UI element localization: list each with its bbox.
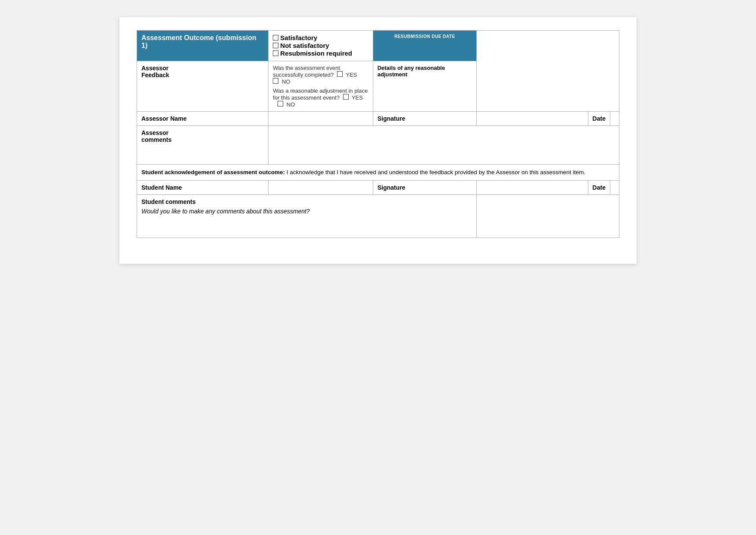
assessor-name-row: Assessor Name Signature Date (137, 112, 619, 126)
acknowledgement-bold: Student acknowledgement of assessment ou… (141, 169, 285, 175)
assessor-comments-value-cell[interactable] (269, 126, 619, 165)
q1-yes-checkbox[interactable] (337, 71, 343, 77)
satisfactory-checkbox[interactable] (273, 35, 278, 41)
assessor-comments-row: Assessor comments (137, 126, 619, 165)
student-date-label: Date (593, 184, 606, 191)
student-date-value-cell[interactable] (610, 181, 619, 195)
student-comments-textarea[interactable] (481, 198, 615, 233)
student-comments-value-cell[interactable] (477, 195, 619, 238)
header-title: Assessment Outcome (submission 1) (141, 34, 256, 49)
student-comments-label: Student comments (141, 198, 472, 205)
assessor-signature-label: Signature (378, 115, 406, 122)
assessor-date-label-cell: Date (588, 112, 610, 126)
assessor-name-label: Assessor Name (141, 115, 187, 122)
student-signature-input[interactable] (481, 185, 584, 191)
student-comments-row: Student comments Would you like to make … (137, 195, 619, 238)
resubmission-option: Resubmission required (273, 50, 352, 57)
q1-no-checkbox[interactable] (273, 78, 278, 84)
assessor-feedback-details-cell: Details of any reasonable adjustment (373, 61, 476, 112)
student-comments-label-cell: Student comments Would you like to make … (137, 195, 477, 238)
acknowledgement-normal: I acknowledge that I have received and u… (287, 169, 585, 175)
resubmission-checkbox[interactable] (273, 50, 278, 56)
assessor-comments-label-line1: Assessor (141, 129, 169, 136)
student-name-input[interactable] (273, 185, 368, 191)
q2-no-checkbox[interactable] (278, 101, 283, 106)
assessor-signature-value-cell[interactable] (477, 112, 588, 126)
assessor-feedback-label-line1: Assessor (141, 65, 169, 72)
assessor-signature-input[interactable] (481, 116, 584, 122)
assessor-comments-textarea[interactable] (273, 129, 615, 160)
assessor-signature-label-cell: Signature (373, 112, 476, 126)
header-title-cell: Assessment Outcome (submission 1) (137, 31, 269, 61)
q2-yes-checkbox[interactable] (343, 94, 349, 100)
resubmission-due-date-cell: RESUBMISSION DUE DATE (373, 31, 476, 61)
assessor-name-label-cell: Assessor Name (137, 112, 269, 126)
header-row: Assessment Outcome (submission 1) Satisf… (137, 31, 619, 61)
assessor-feedback-label-cell: Assessor Feedback (137, 61, 269, 112)
assessor-date-value-cell[interactable] (610, 112, 619, 126)
acknowledgement-row: Student acknowledgement of assessment ou… (137, 165, 619, 181)
assessor-feedback-questions-cell: Was the assessment event successfully co… (269, 61, 373, 112)
page: Assessment Outcome (submission 1) Satisf… (119, 17, 637, 264)
assessor-feedback-row: Assessor Feedback Was the assessment eve… (137, 61, 619, 112)
satisfactory-option: Satisfactory (273, 34, 317, 41)
feedback-question2: Was a reasonable adjustment in place for… (273, 88, 368, 108)
not-satisfactory-checkbox[interactable] (273, 43, 278, 48)
acknowledgement-cell: Student acknowledgement of assessment ou… (137, 165, 619, 181)
student-name-row: Student Name Signature Date (137, 181, 619, 195)
assessor-name-input[interactable] (273, 116, 368, 122)
assessor-comments-label-cell: Assessor comments (137, 126, 269, 165)
assessor-date-label: Date (593, 115, 606, 122)
assessor-comments-label-line2: comments (141, 136, 172, 143)
assessor-feedback-label-line2: Feedback (141, 72, 169, 78)
header-options-cell: Satisfactory Not satisfactory Resubmissi… (269, 31, 373, 61)
assessor-name-value-cell[interactable] (269, 112, 373, 126)
student-comments-italic: Would you like to make any comments abou… (141, 208, 472, 215)
not-satisfactory-option: Not satisfactory (273, 42, 329, 49)
details-label: Details of any reasonable adjustment (378, 65, 445, 78)
student-name-value-cell[interactable] (269, 181, 373, 195)
student-signature-label: Signature (378, 184, 406, 191)
student-signature-label-cell: Signature (373, 181, 476, 195)
assessment-outcome-table: Assessment Outcome (submission 1) Satisf… (137, 30, 619, 238)
feedback-question1: Was the assessment event successfully co… (273, 65, 368, 85)
student-signature-value-cell[interactable] (477, 181, 588, 195)
resubmission-due-date-label: RESUBMISSION DUE DATE (394, 34, 455, 39)
student-date-label-cell: Date (588, 181, 610, 195)
student-name-label: Student Name (141, 184, 182, 191)
student-name-label-cell: Student Name (137, 181, 269, 195)
